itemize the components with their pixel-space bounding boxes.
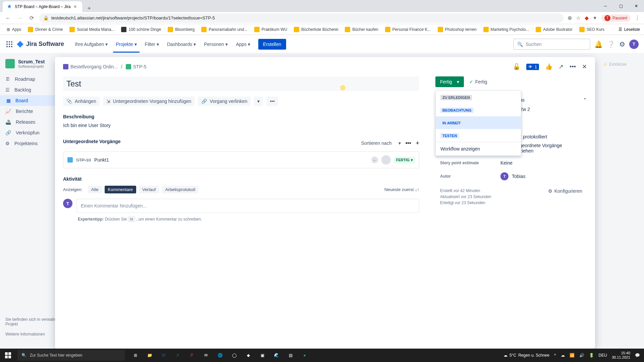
comment-input[interactable]: Einen Kommentar hinzufügen... xyxy=(76,199,419,213)
dropdown-todo[interactable]: ZU ERLEDIGEN xyxy=(436,91,521,104)
language-indicator[interactable]: DEU xyxy=(599,353,607,358)
add-subtask-icon[interactable]: + xyxy=(416,140,419,147)
app-switcher-icon[interactable] xyxy=(5,40,13,48)
jira-logo[interactable]: Jira Software xyxy=(16,40,64,48)
wifi-icon[interactable]: 📶 xyxy=(570,353,575,358)
details-collapse-icon[interactable]: ⌃ xyxy=(583,97,587,103)
search-input[interactable]: 🔍 Suchen xyxy=(513,39,590,50)
settings-icon[interactable]: ⚙ xyxy=(619,40,625,48)
attach-button[interactable]: 📎Anhängen xyxy=(63,97,100,106)
bookmark-item[interactable]: Bücher kaufen xyxy=(342,25,381,34)
subtask-row[interactable]: STP-10 Punkt1 - FERTIG▾ xyxy=(63,152,419,168)
task-view-icon[interactable]: ⊞ xyxy=(129,349,142,362)
share-icon[interactable]: ↗ xyxy=(558,63,564,70)
lock-icon[interactable]: 🔓 xyxy=(513,63,520,70)
bookmark-apps[interactable]: ⊞Apps xyxy=(4,26,24,33)
view-workflow-link[interactable]: Workflow anzeigen xyxy=(436,142,521,156)
nav-people[interactable]: Personen▾ xyxy=(201,39,230,50)
zoom-icon[interactable]: ⊕ xyxy=(568,15,572,21)
new-tab-button[interactable]: + xyxy=(85,5,94,12)
dropdown-watch[interactable]: BEOBACHTUNG xyxy=(436,104,521,116)
create-button[interactable]: Erstellen xyxy=(258,39,286,50)
subtask-status[interactable]: FERTIG▾ xyxy=(394,157,415,163)
sort-button[interactable]: Sortieren nach▾ xyxy=(361,140,401,146)
close-modal-icon[interactable]: ✕ xyxy=(582,63,587,70)
notifications-icon[interactable]: 🔔 xyxy=(594,40,603,48)
address-bar[interactable]: 🔒 testdeutsch1.atlassian.net/jira/softwa… xyxy=(39,13,564,23)
nav-your-work[interactable]: Ihre Aufgaben▾ xyxy=(72,39,110,50)
onedrive-icon[interactable]: ☁ xyxy=(561,353,565,358)
weather-widget[interactable]: ☁ 5°C Regen u. Schnee xyxy=(503,353,549,358)
add-child-button[interactable]: ⇲Untergeordneten Vorgang hinzufügen xyxy=(103,97,195,106)
breadcrumb-issue-key[interactable]: STP-5 xyxy=(126,64,147,69)
bookmark-item[interactable]: Adobe Illustrator xyxy=(533,25,575,34)
minimize-button[interactable]: ─ xyxy=(598,0,613,12)
taskbar-search[interactable]: 🔍 Zur Suche Text hier eingeben xyxy=(17,350,125,361)
word-icon[interactable]: W xyxy=(157,349,170,362)
help-icon[interactable]: ❔ xyxy=(607,40,615,48)
tray-chevron-icon[interactable]: ^ xyxy=(554,353,556,358)
bookmark-item[interactable]: Marketing Psycholo... xyxy=(481,25,532,34)
bookmark-item[interactable]: Photoshop lernen xyxy=(435,25,479,34)
story-points-value[interactable]: Keine xyxy=(500,160,582,166)
powerpoint-icon[interactable]: P xyxy=(185,349,199,362)
dropdown-test[interactable]: TESTEN xyxy=(436,129,521,142)
chrome-icon[interactable]: 🌐 xyxy=(213,349,227,362)
subtask-assignee[interactable] xyxy=(381,155,391,165)
breadcrumb-epic[interactable]: Bestellvorgang Onlin... xyxy=(63,64,118,69)
description-text[interactable]: Ich bin eine User Story xyxy=(63,123,419,128)
subtask-priority[interactable]: - xyxy=(371,157,378,163)
status-button[interactable]: Fertig ▾ xyxy=(435,76,464,87)
tab-history[interactable]: Verlauf xyxy=(139,186,159,193)
subtask-more-icon[interactable]: ••• xyxy=(406,140,411,146)
bookmark-item[interactable]: Dinner & Crime xyxy=(25,25,65,34)
close-window-button[interactable]: ✕ xyxy=(629,0,644,12)
excel-icon[interactable]: X xyxy=(171,349,184,362)
profile-chip[interactable]: T Pausiert xyxy=(601,14,631,22)
app-icon[interactable]: ◯ xyxy=(227,349,241,362)
tab-worklog[interactable]: Arbeitsprotokoll xyxy=(162,186,199,193)
bookmark-item[interactable]: Personal Finance K... xyxy=(382,25,434,34)
author-name[interactable]: Tobias xyxy=(512,174,525,179)
watch-button[interactable]: 👁1 xyxy=(526,64,539,70)
close-tab-icon[interactable]: ✕ xyxy=(73,4,78,9)
bookmark-item[interactable]: Bloomberg xyxy=(165,25,197,34)
bookmark-item[interactable]: 100 schöne Dinge xyxy=(118,25,164,34)
app-icon[interactable]: ▣ xyxy=(256,349,269,362)
more-actions-icon[interactable]: ••• xyxy=(570,63,576,70)
configure-link[interactable]: ⚙ Konfigurieren xyxy=(548,188,582,194)
reload-button[interactable]: ⟳ xyxy=(28,13,35,22)
volume-icon[interactable]: 🔊 xyxy=(579,353,584,358)
forward-button[interactable]: → xyxy=(16,14,24,22)
clock[interactable]: 15:40 30.11.2021 xyxy=(612,351,630,360)
user-avatar[interactable]: T xyxy=(629,40,639,49)
extension-icon[interactable]: ◆ xyxy=(585,15,589,21)
app-icon[interactable]: ▤ xyxy=(284,349,297,362)
nav-projects[interactable]: Projekte▾ xyxy=(113,36,139,53)
link-button[interactable]: 🔗Vorgang verlinken xyxy=(198,97,251,106)
sort-newest-button[interactable]: Neueste zuerst ↓↑ xyxy=(384,187,419,192)
reading-list-icon[interactable]: ☰ xyxy=(619,27,622,32)
bookmark-item[interactable]: SEO Kurs xyxy=(577,25,607,34)
reading-list[interactable]: Leseliste xyxy=(624,27,640,32)
spotify-icon[interactable]: ● xyxy=(298,349,311,362)
browser-tab[interactable]: STP Board – Agile-Board – Jira ✕ xyxy=(3,1,82,12)
vote-icon[interactable]: 👍 xyxy=(545,63,552,70)
tab-comments[interactable]: Kommentare xyxy=(105,186,136,193)
back-button[interactable]: ← xyxy=(4,14,12,22)
menu-icon[interactable]: ⋮ xyxy=(635,15,640,21)
edge-icon[interactable]: 🌊 xyxy=(270,349,283,362)
subtask-key[interactable]: STP-10 xyxy=(76,158,91,163)
explorer-icon[interactable]: 📁 xyxy=(143,349,156,362)
notifications-tray-icon[interactable]: 💬 xyxy=(635,353,640,358)
battery-icon[interactable]: 🔋 xyxy=(589,353,594,358)
nav-filters[interactable]: Filter▾ xyxy=(142,39,162,50)
nav-dashboards[interactable]: Dashboards▾ xyxy=(164,39,199,50)
bookmark-item[interactable]: Praktikum WU xyxy=(252,25,290,34)
bookmark-item[interactable]: Bücherliste Bücherei xyxy=(291,25,341,34)
maximize-button[interactable]: ▢ xyxy=(613,0,629,12)
link-dropdown[interactable]: ▾ xyxy=(254,97,263,106)
nav-apps[interactable]: Apps▾ xyxy=(233,39,253,50)
bookmark-item[interactable]: Social Media Mana... xyxy=(67,25,117,34)
bookmark-star-icon[interactable]: ☆ xyxy=(576,15,581,21)
